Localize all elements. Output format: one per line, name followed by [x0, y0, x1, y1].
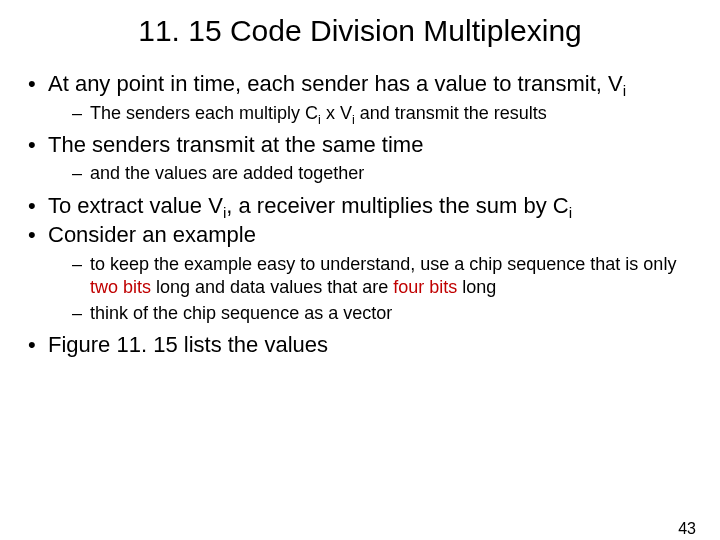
- bullet-2: The senders transmit at the same time an…: [22, 131, 698, 186]
- b3-b: , a receiver multiplies the sum by C: [226, 193, 568, 218]
- b4s1-b: long and data values that are: [151, 277, 393, 297]
- bullet-3: To extract value Vi, a receiver multipli…: [22, 192, 698, 220]
- b4s1-r1: two bits: [90, 277, 151, 297]
- b4s1-c: long: [457, 277, 496, 297]
- bullet-5-text: Figure 11. 15 lists the values: [48, 332, 328, 357]
- b4s2-text: think of the chip sequence as a vector: [90, 303, 392, 323]
- b2s1-text: and the values are added together: [90, 163, 364, 183]
- b1s1-a: The senders each multiply C: [90, 103, 318, 123]
- page-number: 43: [678, 520, 696, 538]
- bullet-2-sublist: and the values are added together: [48, 162, 698, 185]
- b3-a: To extract value V: [48, 193, 223, 218]
- bullet-4-sub-2: think of the chip sequence as a vector: [72, 302, 698, 325]
- bullet-list: At any point in time, each sender has a …: [0, 70, 720, 358]
- b4s1-a: to keep the example easy to understand, …: [90, 254, 676, 274]
- bullet-4-sublist: to keep the example easy to understand, …: [48, 253, 698, 325]
- bullet-4-sub-1: to keep the example easy to understand, …: [72, 253, 698, 300]
- bullet-1-sub: i: [623, 82, 626, 99]
- bullet-1-sublist: The senders each multiply Ci x Vi and tr…: [48, 102, 698, 125]
- bullet-5: Figure 11. 15 lists the values: [22, 331, 698, 359]
- bullet-2-text: The senders transmit at the same time: [48, 132, 423, 157]
- b3-sub2: i: [569, 204, 572, 221]
- slide-title: 11. 15 Code Division Multiplexing: [0, 14, 720, 48]
- bullet-4: Consider an example to keep the example …: [22, 221, 698, 325]
- slide: 11. 15 Code Division Multiplexing At any…: [0, 14, 720, 540]
- bullet-1: At any point in time, each sender has a …: [22, 70, 698, 125]
- b1s1-b: x V: [321, 103, 352, 123]
- b1s1-c: and transmit the results: [355, 103, 547, 123]
- bullet-4-text: Consider an example: [48, 222, 256, 247]
- bullet-2-sub-1: and the values are added together: [72, 162, 698, 185]
- b4s1-r2: four bits: [393, 277, 457, 297]
- bullet-1-text: At any point in time, each sender has a …: [48, 71, 623, 96]
- bullet-1-sub-1: The senders each multiply Ci x Vi and tr…: [72, 102, 698, 125]
